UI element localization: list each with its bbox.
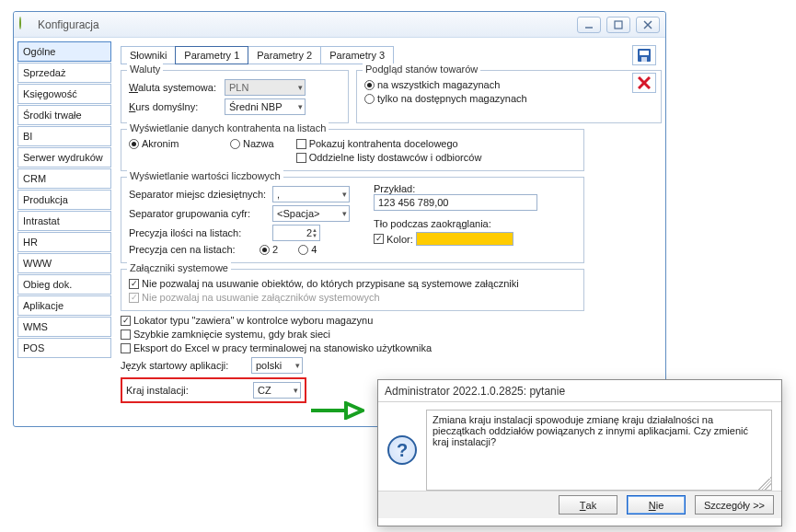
sidebar-item-label: Obieg dok.: [23, 279, 72, 290]
main-panel: Słowniki Parametry 1 Parametry 2 Paramet…: [111, 41, 662, 422]
radio-dot-icon: [364, 94, 375, 104]
example-value: 123 456 789,00: [378, 197, 448, 208]
group-title: Podgląd stanów towarów: [363, 64, 480, 75]
radio-dot-icon: [230, 139, 240, 149]
radio-dot-icon: [298, 245, 308, 255]
checkbox-zal2-disabled: Nie pozwalaj na usuwanie załączników sys…: [129, 292, 576, 303]
radio-nazwa[interactable]: Nazwa: [230, 138, 274, 149]
group-title: Waluty: [127, 64, 163, 75]
annotation-arrow-icon: [309, 401, 364, 420]
config-window: Konfiguracja Ogólne Sprzedaż Księgowość …: [13, 11, 666, 427]
tab-slowniki[interactable]: Słowniki: [121, 46, 176, 64]
label-jezyk: Język startowy aplikacji:: [121, 360, 248, 371]
tab-parametry2[interactable]: Parametry 2: [248, 46, 321, 64]
label-prec-cen: Precyzja cen na listach:: [129, 244, 250, 255]
select-kurs[interactable]: Średni NBP ▾: [225, 98, 306, 115]
close-button[interactable]: [636, 17, 660, 33]
sidebar-item-produkcja[interactable]: Produkcja: [17, 190, 111, 210]
sidebar-item-sprzedaz[interactable]: Sprzedaż: [17, 63, 111, 83]
select-waluta[interactable]: PLN ▾: [225, 79, 306, 96]
dialog-title: Administrator 2022.1.0.2825: pytanie: [378, 380, 781, 402]
checkbox-icon: [121, 316, 131, 326]
sidebar-item-label: WWW: [23, 258, 52, 269]
checkbox-excel[interactable]: Eksport do Excel w pracy terminalowej na…: [121, 342, 662, 353]
checkbox-listy[interactable]: Oddzielne listy dostawców i odbiorców: [296, 152, 482, 163]
checkbox-label: Nie pozwalaj na usuwanie obiektów, do kt…: [142, 278, 519, 289]
sidebar-item-aplikacje[interactable]: Aplikacje: [17, 295, 111, 316]
select-value: <Spacja>: [277, 208, 319, 219]
radio-all-warehouses[interactable]: na wszystkich magazynach: [364, 79, 653, 90]
sidebar-item-serwer[interactable]: Serwer wydruków: [17, 147, 111, 168]
chevron-down-icon: ▾: [298, 102, 303, 111]
sidebar-item-www[interactable]: WWW: [17, 253, 111, 273]
checkbox-label: Szybkie zamknięcie systemu, gdy brak sie…: [133, 329, 330, 340]
checkbox-icon: [296, 139, 306, 149]
gear-icon: [19, 17, 34, 32]
sidebar-item-wms[interactable]: WMS: [17, 317, 111, 337]
group-title: Wyświetlanie danych kontrahenta na lista…: [127, 122, 329, 133]
minimize-button[interactable]: [577, 17, 601, 33]
example-value-box: 123 456 789,00: [374, 194, 537, 211]
checkbox-label: Lokator typu "zawiera" w kontrolce wybor…: [133, 315, 373, 326]
sidebar-item-bi[interactable]: BI: [17, 126, 111, 146]
group-liczby: Wyświetlanie wartości liczbowych Separat…: [121, 177, 584, 263]
sidebar-item-intrastat[interactable]: Intrastat: [17, 211, 111, 231]
select-sep-dec[interactable]: , ▾: [272, 186, 350, 202]
sidebar-item-ksiegowosc[interactable]: Księgowość: [17, 84, 111, 104]
tab-label: Parametry 3: [329, 50, 385, 61]
highlight-kraj-instalacji: Kraj instalacji: CZ ▾: [121, 377, 306, 403]
label-prec-ilosc: Precyzja ilości na listach:: [129, 227, 269, 238]
svg-marker-10: [346, 403, 363, 418]
sidebar-item-crm[interactable]: CRM: [17, 168, 111, 189]
label-waluta: Waluta systemowa:: [129, 82, 221, 93]
dialog-no-button[interactable]: Nie: [627, 495, 686, 515]
sidebar-item-ogolne[interactable]: Ogólne: [17, 41, 111, 62]
tabs: Słowniki Parametry 1 Parametry 2 Paramet…: [121, 46, 662, 64]
sidebar-item-label: Księgowość: [23, 88, 77, 99]
confirm-dialog: Administrator 2022.1.0.2825: pytanie ? Z…: [377, 379, 782, 526]
checkbox-icon: [129, 293, 139, 303]
select-kraj[interactable]: CZ ▾: [253, 382, 301, 399]
tab-label: Parametry 1: [184, 50, 239, 61]
maximize-button[interactable]: [606, 17, 630, 33]
select-value: ,: [277, 189, 280, 200]
checkbox-icon: [374, 234, 384, 244]
radio-dot-icon: [129, 139, 139, 149]
chevron-down-icon: ▾: [342, 209, 347, 218]
select-sep-grp[interactable]: <Spacja> ▾: [272, 205, 350, 222]
chevron-down-icon: ▾: [295, 361, 300, 370]
group-title: Wyświetlanie wartości liczbowych: [127, 170, 283, 181]
color-swatch[interactable]: [416, 232, 513, 246]
radio-avail-warehouses[interactable]: tylko na dostępnych magazynach: [364, 93, 653, 104]
sidebar-item-obieg[interactable]: Obieg dok.: [17, 274, 111, 295]
sidebar-item-pos[interactable]: POS: [17, 338, 111, 358]
radio-label: 2: [272, 244, 278, 255]
sidebar-item-hr[interactable]: HR: [17, 232, 111, 252]
group-waluty: Waluty Waluta systemowa: PLN ▾ Kurs domy…: [121, 70, 349, 123]
radio-dot-icon: [364, 80, 375, 90]
sidebar-item-srodki[interactable]: Środki trwałe: [17, 105, 111, 125]
window-title: Konfiguracja: [38, 18, 99, 31]
radio-prec-2[interactable]: 2: [260, 244, 278, 255]
dialog-details-button[interactable]: Szczegóły >>: [695, 495, 774, 515]
dialog-yes-button[interactable]: Tak: [559, 495, 617, 515]
radio-label: 4: [311, 244, 317, 255]
spinner-buttons-icon: ▲▼: [312, 227, 317, 238]
checkbox-lokator[interactable]: Lokator typu "zawiera" w kontrolce wybor…: [121, 315, 662, 326]
checkbox-label: Nie pozwalaj na usuwanie załączników sys…: [142, 292, 380, 303]
select-value: PLN: [229, 82, 248, 93]
checkbox-szybkie[interactable]: Szybkie zamknięcie systemu, gdy brak sie…: [121, 329, 662, 340]
sidebar-item-label: Ogólne: [23, 46, 55, 57]
checkbox-zal1[interactable]: Nie pozwalaj na usuwanie obiektów, do kt…: [129, 278, 576, 289]
select-jezyk[interactable]: polski ▾: [251, 357, 303, 374]
checkbox-label: Eksport do Excel w pracy terminalowej na…: [133, 342, 432, 353]
radio-prec-4[interactable]: 4: [298, 244, 317, 255]
label-kolor: Kolor:: [386, 234, 413, 245]
checkbox-kolor[interactable]: Kolor:: [374, 232, 537, 246]
sidebar-item-label: Aplikacje: [23, 300, 63, 311]
spinner-prec-ilosc[interactable]: 2 ▲▼: [272, 225, 320, 241]
tab-parametry1[interactable]: Parametry 1: [175, 46, 248, 64]
tab-parametry3[interactable]: Parametry 3: [320, 46, 394, 64]
checkbox-docelowy[interactable]: Pokazuj kontrahenta docelowego: [296, 138, 482, 149]
dialog-message-box: Zmiana kraju instalacji spowoduje zmianę…: [426, 410, 772, 491]
